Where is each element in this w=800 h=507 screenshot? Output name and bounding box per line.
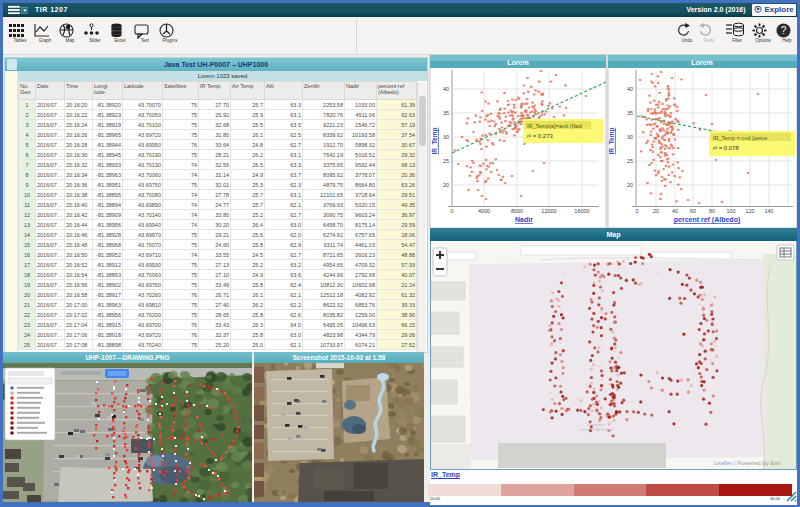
svg-text:20: 20 (627, 182, 633, 188)
svg-text:12000: 12000 (541, 208, 556, 214)
svg-text:IR_Temp: IR_Temp (608, 127, 616, 154)
svg-text:120: 120 (745, 208, 754, 214)
svg-text:20: 20 (653, 208, 659, 214)
svg-text:IR_Temp(a)=a+b (Nad: IR_Temp(a)=a+b (Nad (527, 123, 582, 129)
svg-text:r² = 0.273: r² = 0.273 (527, 133, 554, 139)
svg-text:0: 0 (635, 208, 638, 214)
svg-text:?: ? (781, 25, 787, 36)
svg-text:100: 100 (726, 208, 735, 214)
svg-text:16000: 16000 (574, 208, 589, 214)
svg-text:Leaflet | Powered by Esri: Leaflet | Powered by Esri (714, 460, 781, 466)
svg-text:IR_Temp = c+d (perce: IR_Temp = c+d (perce (713, 135, 767, 141)
svg-text:35: 35 (627, 110, 633, 116)
svg-text:Nadir: Nadir (515, 216, 533, 223)
svg-text:Lorem: Lorem (691, 59, 712, 66)
svg-text:30: 30 (443, 134, 449, 140)
svg-text:80: 80 (709, 208, 715, 214)
svg-text:60: 60 (690, 208, 696, 214)
svg-text:r² = 0.078: r² = 0.078 (713, 145, 740, 151)
svg-text:percent ref (Albedo): percent ref (Albedo) (674, 216, 741, 224)
svg-text:4000: 4000 (478, 208, 490, 214)
svg-text:40: 40 (672, 208, 678, 214)
svg-text:35: 35 (443, 110, 449, 116)
svg-text:140: 140 (764, 208, 773, 214)
svg-text:0: 0 (450, 208, 453, 214)
svg-text:25: 25 (443, 158, 449, 164)
svg-text:25: 25 (627, 158, 633, 164)
svg-text:Community School: Community School (579, 427, 613, 432)
svg-text:IR_Temp: IR_Temp (431, 127, 439, 154)
svg-text:20: 20 (443, 182, 449, 188)
svg-text:40: 40 (443, 86, 449, 92)
svg-text:40: 40 (627, 86, 633, 92)
svg-text:Lorem: Lorem (507, 59, 528, 66)
svg-text:8000: 8000 (511, 208, 523, 214)
svg-text:30: 30 (627, 134, 633, 140)
